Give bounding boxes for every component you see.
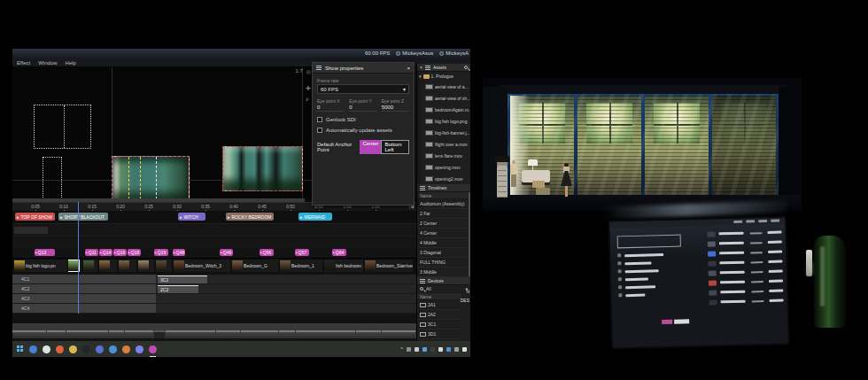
track-row[interactable]: 4C4: [12, 304, 416, 314]
discord-icon[interactable]: [96, 345, 104, 353]
tray-icon[interactable]: [407, 347, 411, 352]
tray-icon[interactable]: [430, 347, 435, 352]
cue-number-badge[interactable]: ▪Q18: [128, 249, 141, 256]
track-row[interactable]: 4C2: [12, 284, 416, 294]
timeline-lane[interactable]: [12, 237, 416, 249]
asset-item[interactable]: aerial-view of sh...: [417, 92, 470, 104]
tray-icon[interactable]: [454, 347, 459, 352]
photos-app-icon[interactable]: [29, 345, 37, 353]
panel-menu-icon[interactable]: [420, 279, 425, 280]
devices-filter-select[interactable]: All: [426, 286, 431, 291]
tray-chevron-up-icon[interactable]: ^: [400, 346, 403, 352]
surface-outline-small[interactable]: [43, 157, 62, 199]
close-icon[interactable]: ×: [420, 65, 422, 70]
cue-number-badge[interactable]: ▪Q19: [154, 249, 168, 256]
tray-icon[interactable]: [415, 347, 419, 352]
settings-gear-icon[interactable]: [109, 345, 117, 353]
mapped-media-pond[interactable]: [112, 156, 190, 200]
zoom-tool-icon[interactable]: ⌕: [306, 96, 311, 103]
dark-app-icon[interactable]: [82, 345, 90, 353]
track-clip[interactable]: 2C2: [158, 285, 198, 293]
panel-menu-icon[interactable]: [420, 186, 425, 187]
timeline-clip[interactable]: [99, 260, 117, 272]
cue-marker[interactable]: ▸MERMAID: [298, 213, 332, 221]
teams-app-icon[interactable]: [136, 345, 143, 353]
timeline-row[interactable]: FULL THING: [417, 258, 470, 268]
timeline-row[interactable]: 4 Middle: [417, 238, 470, 248]
cue-number-badge[interactable]: ▪Q49: [220, 249, 233, 256]
cue-number-badge[interactable]: ▪Q56: [260, 249, 274, 256]
timeline-row[interactable]: 4 Center: [417, 229, 470, 238]
tray-icon[interactable]: [422, 347, 427, 352]
track-row[interactable]: 4C1: [12, 275, 416, 284]
frame-rate-select[interactable]: 60 FPS ▾: [317, 84, 409, 94]
files-folder-icon[interactable]: [69, 345, 77, 353]
timeline-clip[interactable]: [138, 260, 154, 272]
timeline-row[interactable]: 3 Diagonal: [417, 248, 470, 258]
track-clip[interactable]: 3C1: [158, 275, 207, 283]
cue-number-badge[interactable]: ▪Q13: [35, 249, 55, 256]
timeline-clip[interactable]: Bedroom_G: [232, 260, 278, 272]
asset-item[interactable]: opening2.mov: [417, 173, 470, 184]
magenta-app-icon[interactable]: [149, 345, 157, 353]
menu-effect[interactable]: Effect: [17, 60, 30, 66]
asset-folder-prologue[interactable]: ▾ 1. Prologue: [417, 72, 470, 81]
timeline-lane[interactable]: [12, 224, 416, 237]
close-icon[interactable]: ×: [407, 66, 410, 71]
timeline-clip[interactable]: big fish logo.pn: [14, 260, 67, 272]
anchor-option-center[interactable]: Center: [360, 140, 381, 154]
timeline-clip[interactable]: Bedroom_Starriver loop.mov: [365, 260, 413, 272]
mapped-media-panels[interactable]: [222, 146, 303, 191]
anchor-option-bottom-left[interactable]: Bottom Left: [381, 140, 409, 154]
device-row[interactable]: 3C1: [417, 320, 461, 330]
cue-marker[interactable]: ▸WITCH: [178, 213, 205, 221]
cue-number-badge[interactable]: ▪Q14: [99, 249, 112, 256]
asset-item[interactable]: big fish logo.png: [417, 115, 470, 127]
show-properties-header[interactable]: Show properties ×: [313, 63, 414, 74]
search-icon[interactable]: [464, 66, 468, 69]
fit-view-icon[interactable]: ◎: [306, 68, 311, 74]
tray-icon[interactable]: [462, 347, 467, 352]
eye-point-y-field[interactable]: 0: [349, 105, 376, 112]
panel-menu-icon[interactable]: [316, 66, 322, 66]
timeline-clip[interactable]: fish bedroom 1: [324, 260, 363, 272]
orange-app-icon[interactable]: [122, 345, 130, 353]
asset-item[interactable]: aerial-view of a...: [417, 81, 470, 92]
genlock-checkbox[interactable]: [317, 117, 322, 122]
timeline-overview-strip[interactable]: [12, 323, 416, 338]
cue-number-badge[interactable]: ▪Q48: [173, 249, 185, 256]
timeline-clip[interactable]: [119, 260, 136, 272]
menu-window[interactable]: Window: [38, 60, 57, 66]
chevron-down-icon[interactable]: ▾: [419, 74, 422, 79]
asset-item[interactable]: bedroomAgain.m...: [417, 104, 470, 115]
timeline-row[interactable]: 2 Center: [417, 219, 470, 229]
asset-item[interactable]: lens flare.mov: [417, 150, 470, 161]
playhead[interactable]: [78, 202, 79, 314]
device-row[interactable]: 2A1: [417, 300, 461, 310]
eye-point-z-field[interactable]: 5000: [382, 105, 409, 112]
tray-icon[interactable]: [446, 347, 451, 352]
cue-marker[interactable]: ▸TOP OF SHOW: [15, 213, 55, 221]
cue-number-badge[interactable]: ▪Q11: [85, 249, 98, 256]
eye-point-x-field[interactable]: 0: [317, 105, 345, 112]
timeline-row[interactable]: 2 Far: [417, 209, 470, 219]
cue-marker[interactable]: ▸ROCKY BEDROOM: [226, 213, 274, 221]
windows-start-button[interactable]: [17, 345, 24, 353]
pan-tool-icon[interactable]: ✛: [306, 85, 311, 92]
timeline-clip[interactable]: [83, 260, 97, 272]
timeline-clip[interactable]: Bedroom_1: [280, 260, 322, 272]
timeline-row[interactable]: Auditorium (Assembly): [417, 199, 470, 209]
cue-marker[interactable]: ▸SHORT BLACKOUT: [58, 213, 108, 221]
panel-menu-icon[interactable]: [425, 66, 430, 66]
menu-help[interactable]: Help: [66, 60, 76, 66]
machine-status-2[interactable]: MickeysA: [439, 50, 469, 56]
asset-item[interactable]: opening.mov: [417, 161, 470, 173]
track-row[interactable]: 4C3: [12, 294, 416, 304]
timeline-row[interactable]: 3 Middle: [417, 268, 470, 277]
cue-number-badge[interactable]: ▪Q64: [332, 249, 346, 256]
cue-number-badge[interactable]: ▪Q57: [295, 249, 309, 256]
machine-status-1[interactable]: MickeysAsus: [396, 50, 433, 56]
timeline-clip[interactable]: [156, 260, 172, 272]
timeline-clip[interactable]: [68, 260, 81, 272]
auto-update-checkbox[interactable]: [317, 128, 322, 133]
